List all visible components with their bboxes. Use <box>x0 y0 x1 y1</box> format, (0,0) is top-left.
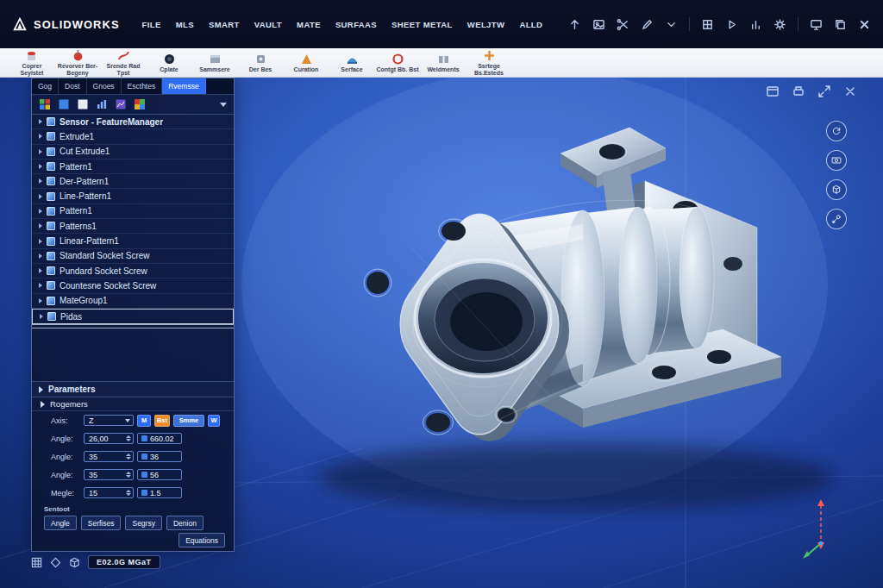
menu-item[interactable]: ALLD <box>519 20 542 29</box>
ribbon-revolve-button[interactable]: Revorver Ber-Begeny <box>56 49 99 76</box>
tree-item[interactable]: Pattern1 <box>32 204 234 219</box>
monitor-icon[interactable] <box>810 18 823 31</box>
panel-tab-active[interactable]: Rvemsse <box>162 78 205 94</box>
tree-item[interactable]: Der-Pattern1 <box>32 174 234 189</box>
menu-item[interactable]: VAULT <box>254 20 282 29</box>
solid-view-icon[interactable] <box>58 98 70 110</box>
chart-icon[interactable] <box>749 18 762 31</box>
close-window-icon[interactable] <box>858 18 871 31</box>
ribbon-curvature-button[interactable]: Curation <box>285 53 328 73</box>
parameters-subsection[interactable]: Rogemers <box>32 397 234 411</box>
menu-item[interactable]: MATE <box>297 20 321 29</box>
axis-w-button[interactable]: W <box>208 415 220 427</box>
menu-item[interactable]: SMART <box>209 20 240 29</box>
stats-icon[interactable] <box>115 98 127 110</box>
tree-item[interactable]: Patterns1 <box>32 219 234 234</box>
refresh-view-button[interactable] <box>826 121 847 141</box>
panel-dropdown-icon[interactable] <box>220 103 227 107</box>
chevron-down-icon[interactable] <box>665 18 678 31</box>
ribbon-derived-button[interactable]: Der Bes <box>239 53 282 73</box>
axis-select[interactable]: Z <box>84 415 134 426</box>
ribbon-extrude-button[interactable]: Coprer Seyistet <box>10 49 53 76</box>
gear-icon[interactable] <box>773 18 786 31</box>
surfaces-button[interactable]: Serfises <box>81 516 122 530</box>
angle-value: 26,00 <box>89 435 109 443</box>
menu-item[interactable]: SURFAAS <box>335 20 377 29</box>
palette-icon[interactable] <box>134 98 146 110</box>
tree-item[interactable]: Countesne Socket Screw <box>32 278 234 293</box>
grid-view-icon[interactable] <box>701 18 714 31</box>
angle-input[interactable]: 26,00 <box>84 433 134 444</box>
image-icon[interactable] <box>592 18 605 31</box>
angle-input[interactable]: 35 <box>84 469 134 480</box>
copy-window-icon[interactable] <box>834 18 847 31</box>
segrsy-button[interactable]: Segrsy <box>125 516 161 530</box>
expand-icon[interactable] <box>817 84 831 98</box>
denion-button[interactable]: Denion <box>166 516 204 530</box>
angle-input[interactable]: 15 <box>84 487 134 498</box>
pencil-icon[interactable] <box>641 18 654 31</box>
ribbon-contour-button[interactable]: Contgt Bb. Bst <box>376 53 419 73</box>
tools-button[interactable] <box>826 209 847 229</box>
scissors-icon[interactable] <box>617 18 629 31</box>
angle-input[interactable]: 35 <box>84 451 134 462</box>
menu-item[interactable]: SHEET METAL <box>391 20 453 29</box>
menu-item[interactable]: MLS <box>176 20 194 29</box>
quad-view-icon[interactable] <box>39 98 51 110</box>
angle-secondary-input[interactable]: 36 <box>137 451 182 462</box>
tree-item[interactable]: Line-Pattern1 <box>32 189 234 203</box>
tree-item[interactable]: Pattern1 <box>32 160 234 174</box>
grid-toggle-icon[interactable] <box>31 557 42 568</box>
parameters-section-header[interactable]: Parameters <box>32 381 234 397</box>
ribbon-settings-button[interactable]: Ssrtege Bs.Esteds <box>467 49 510 76</box>
tree-item[interactable]: Standard Socket Screw <box>32 249 234 264</box>
tree-item[interactable]: Linear-Pattern1 <box>32 234 234 248</box>
feature-tree: Sensor - FeatureManager Extrude1 Cut Ext… <box>32 115 234 324</box>
tree-item[interactable]: Pundard Socket Screw <box>32 264 234 278</box>
equations-button[interactable]: Equations <box>178 533 225 547</box>
ribbon-summary-button[interactable]: Sammsere <box>193 53 236 73</box>
stepper-icon[interactable] <box>126 454 131 460</box>
tree-item[interactable]: Cut Extrude1 <box>32 145 234 160</box>
cube-view-button[interactable] <box>826 179 847 200</box>
angle-secondary-input[interactable]: 56 <box>137 469 182 480</box>
play-icon[interactable] <box>725 18 738 31</box>
stepper-icon[interactable] <box>126 490 131 496</box>
bars-icon[interactable] <box>96 98 108 110</box>
angle-secondary-input[interactable]: 1.5 <box>137 487 182 498</box>
close-viewport-icon[interactable] <box>843 84 857 98</box>
axis-smme-button[interactable]: Smme <box>173 415 204 427</box>
print-icon[interactable] <box>792 84 805 98</box>
caret-icon <box>39 298 42 303</box>
angle-secondary-input[interactable]: 660.02 <box>137 433 182 444</box>
3d-part-model[interactable] <box>240 79 878 571</box>
panel-tab[interactable]: Dost <box>59 78 86 94</box>
ribbon-weldments-button[interactable]: Weldments <box>422 53 465 73</box>
feature-icon <box>47 162 55 171</box>
panel-tab[interactable]: Escthtes <box>122 78 163 94</box>
upload-icon[interactable] <box>568 18 581 31</box>
menu-item[interactable]: WELJTW <box>467 20 505 29</box>
tree-item[interactable]: Sensor - FeatureManager <box>32 115 234 129</box>
ribbon-hole-button[interactable]: Cplate <box>147 53 191 73</box>
value-marker-icon <box>141 490 147 496</box>
axis-mode-button[interactable]: M <box>137 415 151 427</box>
panes-icon[interactable] <box>766 84 780 98</box>
tree-item[interactable]: Extrude1 <box>32 129 234 144</box>
tree-item[interactable]: MateGroup1 <box>32 294 234 309</box>
axis-bst-button[interactable]: Bst <box>154 415 170 427</box>
diamond-snap-icon[interactable] <box>50 557 61 568</box>
ribbon-surface-button[interactable]: Serface <box>330 53 373 73</box>
panel-footer-buttons: Angle Serfises Segrsy Denion <box>32 514 234 530</box>
panel-tab[interactable]: Gnoes <box>87 78 122 94</box>
ribbon-sweep-button[interactable]: Srende Rad Tpst <box>102 49 145 76</box>
menu-item[interactable]: FILE <box>142 20 161 29</box>
camera-view-button[interactable] <box>826 150 847 171</box>
stepper-icon[interactable] <box>126 435 131 441</box>
cube-mode-icon[interactable] <box>69 557 80 568</box>
panel-tab[interactable]: Gog <box>32 78 59 94</box>
stepper-icon[interactable] <box>126 472 131 478</box>
tree-item-selected[interactable]: Pidas <box>32 309 234 324</box>
blank-view-icon[interactable] <box>77 98 89 110</box>
angle-button[interactable]: Angle <box>44 516 77 530</box>
